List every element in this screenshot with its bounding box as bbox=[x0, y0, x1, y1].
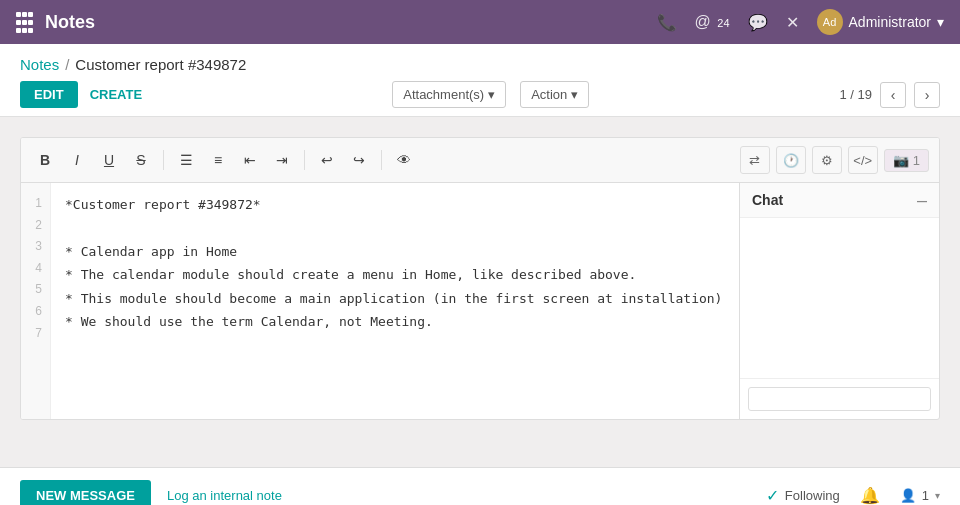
underline-button[interactable]: U bbox=[95, 146, 123, 174]
phone-icon[interactable]: 📞 bbox=[657, 13, 677, 32]
user-avatar: Ad bbox=[817, 9, 843, 35]
code-view-button[interactable]: </> bbox=[848, 146, 878, 174]
main-content: B I U S ☰ ≡ ⇤ ⇥ ↩ ↪ 👁 ⇄ 🕐 ⚙ </> bbox=[0, 117, 960, 467]
editor-toolbar-right: ⇄ 🕐 ⚙ </> 📷 1 bbox=[740, 146, 929, 174]
pagination-next[interactable]: › bbox=[914, 82, 940, 108]
attachment-button[interactable]: Attachment(s) ▾ bbox=[392, 81, 506, 108]
line-num: 6 bbox=[29, 301, 42, 323]
strikethrough-button[interactable]: S bbox=[127, 146, 155, 174]
toolbar-sep-2 bbox=[304, 150, 305, 170]
line-num: 1 bbox=[29, 193, 42, 215]
topbar-icons: 📞 @ 24 💬 ✕ Ad Administrator ▾ bbox=[657, 9, 944, 35]
editor-line-3: * Calendar app in Home bbox=[65, 240, 725, 263]
bold-button[interactable]: B bbox=[31, 146, 59, 174]
editor-line-7 bbox=[65, 333, 725, 356]
indent-left-button[interactable]: ⇤ bbox=[236, 146, 264, 174]
chat-header: Chat – bbox=[740, 183, 939, 218]
breadcrumb-separator: / bbox=[65, 56, 69, 73]
new-message-button[interactable]: NEW MESSAGE bbox=[20, 480, 151, 505]
swap-button[interactable]: ⇄ bbox=[740, 146, 770, 174]
following-check-icon: ✓ bbox=[766, 486, 779, 505]
toolbar-sep-1 bbox=[163, 150, 164, 170]
topbar: Notes 📞 @ 24 💬 ✕ Ad Administrator ▾ bbox=[0, 0, 960, 44]
chevron-down-icon: ▾ bbox=[935, 490, 940, 501]
clock-button[interactable]: 🕐 bbox=[776, 146, 806, 174]
undo-button[interactable]: ↩ bbox=[313, 146, 341, 174]
editor-line-5: * This module should become a main appli… bbox=[65, 287, 725, 310]
breadcrumb-current: Customer report #349872 bbox=[75, 56, 246, 73]
line-num: 7 bbox=[29, 323, 42, 345]
bell-icon[interactable]: 🔔 bbox=[860, 486, 880, 505]
eye-button[interactable]: 👁 bbox=[390, 146, 418, 174]
pagination-prev[interactable]: ‹ bbox=[880, 82, 906, 108]
line-num: 4 bbox=[29, 258, 42, 280]
apps-grid[interactable] bbox=[16, 12, 31, 33]
editor-body: 1 2 3 4 5 6 7 *Customer report #349872* … bbox=[21, 183, 939, 419]
ol-button[interactable]: ☰ bbox=[172, 146, 200, 174]
redo-button[interactable]: ↪ bbox=[345, 146, 373, 174]
edit-button[interactable]: EDIT bbox=[20, 81, 78, 108]
toolbar-sep-3 bbox=[381, 150, 382, 170]
chat-messages[interactable] bbox=[740, 218, 939, 378]
chat-title: Chat bbox=[752, 192, 783, 208]
chat-panel: Chat – bbox=[739, 183, 939, 419]
line-num: 2 bbox=[29, 215, 42, 237]
ul-button[interactable]: ≡ bbox=[204, 146, 232, 174]
editor-line-6: * We should use the term Calendar, not M… bbox=[65, 310, 725, 333]
editor-line-4: * The calendar module should create a me… bbox=[65, 263, 725, 286]
action-button[interactable]: Action ▾ bbox=[520, 81, 589, 108]
italic-button[interactable]: I bbox=[63, 146, 91, 174]
followers-button[interactable]: 👤 1 ▾ bbox=[900, 488, 940, 503]
editor-wrapper: B I U S ☰ ≡ ⇤ ⇥ ↩ ↪ 👁 ⇄ 🕐 ⚙ </> bbox=[20, 137, 940, 420]
breadcrumb-bar: Notes / Customer report #349872 EDIT CRE… bbox=[0, 44, 960, 117]
notification-badge[interactable]: @ 24 bbox=[695, 13, 730, 31]
editor-line-2 bbox=[65, 216, 725, 239]
user-menu[interactable]: Ad Administrator ▾ bbox=[817, 9, 944, 35]
camera-button[interactable]: 📷 1 bbox=[884, 149, 929, 172]
app-title: Notes bbox=[45, 12, 657, 33]
breadcrumb: Notes / Customer report #349872 bbox=[20, 56, 940, 73]
editor-line-1: *Customer report #349872* bbox=[65, 193, 725, 216]
line-numbers: 1 2 3 4 5 6 7 bbox=[21, 183, 51, 419]
following-button[interactable]: ✓ Following bbox=[766, 486, 840, 505]
person-icon: 👤 bbox=[900, 488, 916, 503]
toolbar-row: EDIT CREATE Attachment(s) ▾ Action ▾ 1 /… bbox=[20, 81, 940, 116]
chat-icon[interactable]: 💬 bbox=[748, 13, 768, 32]
footer-right: ✓ Following 🔔 👤 1 ▾ bbox=[766, 486, 940, 505]
create-button[interactable]: CREATE bbox=[90, 87, 142, 102]
footer-chatter: NEW MESSAGE Log an internal note ✓ Follo… bbox=[0, 467, 960, 505]
chat-input-area bbox=[740, 378, 939, 419]
line-num: 5 bbox=[29, 279, 42, 301]
settings-icon[interactable]: ✕ bbox=[786, 13, 799, 32]
chat-input[interactable] bbox=[748, 387, 931, 411]
indent-right-button[interactable]: ⇥ bbox=[268, 146, 296, 174]
editor-toolbar: B I U S ☰ ≡ ⇤ ⇥ ↩ ↪ 👁 ⇄ 🕐 ⚙ </> bbox=[21, 138, 939, 183]
pagination: 1 / 19 ‹ › bbox=[839, 82, 940, 108]
breadcrumb-parent[interactable]: Notes bbox=[20, 56, 59, 73]
toolbar-center: Attachment(s) ▾ Action ▾ bbox=[392, 81, 589, 108]
editor-toolbar-left: B I U S ☰ ≡ ⇤ ⇥ ↩ ↪ 👁 bbox=[31, 146, 418, 174]
chat-minimize-button[interactable]: – bbox=[917, 191, 927, 209]
log-note-button[interactable]: Log an internal note bbox=[167, 488, 282, 503]
editor-text-area[interactable]: *Customer report #349872* * Calendar app… bbox=[51, 183, 739, 419]
line-num: 3 bbox=[29, 236, 42, 258]
gear-button[interactable]: ⚙ bbox=[812, 146, 842, 174]
